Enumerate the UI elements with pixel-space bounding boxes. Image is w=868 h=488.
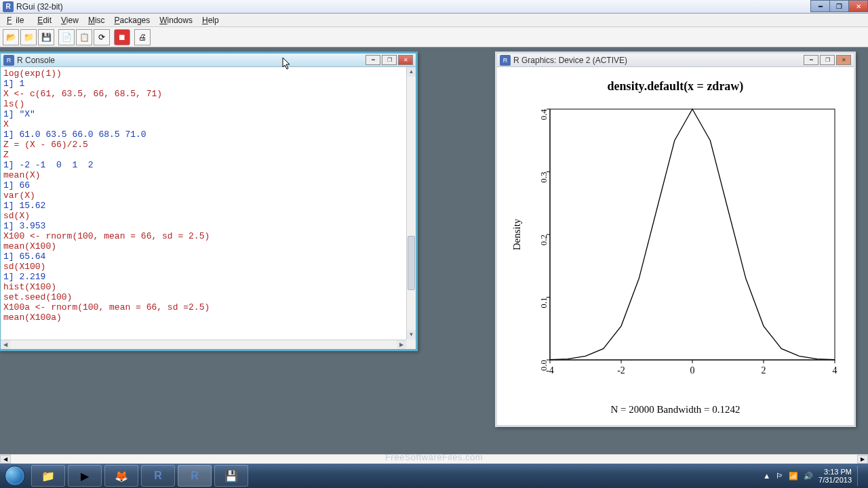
console-command-line: hist(X100) — [3, 282, 403, 292]
svg-rect-0 — [550, 109, 835, 360]
menu-edit[interactable]: Edit — [33, 14, 56, 26]
console-command-line: set.seed(100) — [3, 292, 403, 302]
console-vertical-scrollbar[interactable]: ▲ ▼ — [406, 67, 416, 340]
console-command-line: Z — [3, 150, 403, 160]
scroll-right-arrow[interactable]: ▶ — [397, 340, 406, 349]
console-command-line: mean(X) — [3, 170, 403, 180]
main-scroll-right-arrow[interactable]: ▶ — [857, 455, 868, 464]
graphics-canvas: density.default(x = zdraw) 0.00.10.20.30… — [497, 67, 854, 425]
console-title: R Console — [17, 56, 55, 65]
main-scroll-left-arrow[interactable]: ◀ — [0, 455, 11, 464]
menu-file[interactable]: File — [3, 14, 32, 26]
taskbar-r-1[interactable]: R — [141, 465, 175, 487]
save-workspace-button[interactable]: 💾 — [38, 29, 54, 45]
mdi-client-area: R R Console ━ ❐ ✕ log(exp(1))1] 1X <- c(… — [0, 47, 868, 460]
console-output-line: 1] "X" — [3, 109, 403, 119]
graphics-close-button[interactable]: ✕ — [836, 55, 851, 65]
svg-text:Density: Density — [511, 218, 522, 250]
menu-help[interactable]: Help — [198, 14, 223, 26]
copy-button[interactable]: 📄 — [58, 29, 75, 45]
scroll-left-arrow[interactable]: ◀ — [1, 340, 10, 349]
console-output-line: 1] -2 -1 0 1 2 — [3, 160, 403, 170]
scroll-up-arrow[interactable]: ▲ — [407, 67, 416, 77]
svg-text:0.2: 0.2 — [538, 235, 549, 245]
console-output-line: 1] 2.219 — [3, 272, 403, 282]
svg-text:0.3: 0.3 — [538, 172, 549, 183]
svg-text:-2: -2 — [617, 365, 625, 375]
console-command-line: Z = (X - 66)/2.5 — [3, 140, 403, 150]
menu-windows[interactable]: Windows — [155, 14, 197, 26]
r-console-icon: R — [3, 55, 14, 66]
plot-subtitle: N = 20000 Bandwidth = 0.1242 — [497, 404, 854, 415]
menu-view[interactable]: View — [57, 14, 83, 26]
console-command-line: X100 <- rnorm(100, mean = 66, sd = 2.5) — [3, 231, 403, 241]
minimize-button[interactable]: ━ — [810, 0, 830, 12]
main-titlebar: R RGui (32-bit) ━ ❐ ✕ — [0, 0, 868, 14]
graphics-title: R Graphics: Device 2 (ACTIVE) — [513, 56, 627, 65]
rgui-app-icon: R — [3, 1, 14, 12]
toolbar: 📂 📁 💾 📄 📋 ⟳ ⏹ 🖨 — [0, 27, 868, 47]
console-close-button[interactable]: ✕ — [398, 55, 413, 65]
console-output-line: 1] 65.64 — [3, 251, 403, 262]
tray-clock[interactable]: 3:13 PM 7/31/2013 — [818, 468, 852, 484]
print-button[interactable]: 🖨 — [134, 29, 151, 45]
console-maximize-button[interactable]: ❐ — [382, 55, 397, 65]
console-command-line: sd(X) — [3, 211, 403, 221]
r-graphics-icon: R — [500, 55, 511, 66]
taskbar-firefox[interactable]: 🦊 — [104, 465, 138, 487]
taskbar-r-2[interactable]: R — [178, 465, 212, 487]
svg-text:-4: -4 — [546, 365, 554, 375]
start-button[interactable] — [0, 464, 30, 488]
stop-button[interactable]: ⏹ — [114, 29, 130, 45]
console-command-line: var(X) — [3, 190, 403, 201]
plot-title: density.default(x = zdraw) — [497, 79, 854, 94]
r-console-window[interactable]: R R Console ━ ❐ ✕ log(exp(1))1] 1X <- c(… — [0, 52, 418, 351]
console-command-line: mean(X100a) — [3, 312, 403, 323]
console-command-line: sd(X100) — [3, 262, 403, 272]
tray-volume-icon[interactable]: 🔊 — [804, 472, 813, 481]
console-output[interactable]: log(exp(1))1] 1X <- c(61, 63.5, 66, 68.5… — [1, 67, 406, 340]
menu-misc[interactable]: Misc — [84, 14, 109, 26]
svg-text:0.4: 0.4 — [538, 109, 549, 121]
console-command-line: X — [3, 119, 403, 129]
close-button[interactable]: ✕ — [848, 0, 868, 12]
svg-text:0.1: 0.1 — [538, 298, 549, 308]
scroll-down-arrow[interactable]: ▼ — [407, 330, 416, 340]
console-output-line: 1] 3.953 — [3, 221, 403, 231]
paste-button[interactable]: 📋 — [76, 29, 92, 45]
tray-date: 7/31/2013 — [818, 476, 852, 484]
graphics-minimize-button[interactable]: ━ — [804, 55, 818, 65]
graphics-maximize-button[interactable]: ❐ — [820, 55, 835, 65]
load-workspace-button[interactable]: 📁 — [20, 29, 37, 45]
menubar: File Edit View Misc Packages Windows Hel… — [0, 14, 868, 27]
maximize-button[interactable]: ❐ — [829, 0, 849, 12]
r-graphics-window[interactable]: R R Graphics: Device 2 (ACTIVE) ━ ❐ ✕ de… — [495, 52, 856, 427]
taskbar-media-player[interactable]: ▶ — [68, 465, 102, 487]
density-plot: 0.00.10.20.30.4-4-2024Density — [509, 102, 842, 401]
taskbar-save[interactable]: 💾 — [214, 465, 248, 487]
show-desktop-button[interactable] — [857, 466, 863, 486]
console-command-line: mean(X100) — [3, 241, 403, 251]
graphics-titlebar[interactable]: R R Graphics: Device 2 (ACTIVE) ━ ❐ ✕ — [497, 54, 854, 67]
windows-taskbar: 📁 ▶ 🦊 R R 💾 ▲ 🏳 📶 🔊 3:13 PM 7/31/2013 — [0, 464, 868, 488]
console-minimize-button[interactable]: ━ — [366, 55, 380, 65]
scroll-thumb[interactable] — [408, 236, 415, 290]
tray-action-center-icon[interactable]: 🏳 — [776, 472, 783, 480]
copy-paste-button[interactable]: ⟳ — [94, 29, 110, 45]
console-horizontal-scrollbar[interactable]: ◀ ▶ — [1, 340, 406, 349]
svg-text:4: 4 — [833, 365, 837, 375]
console-command-line: log(exp(1)) — [3, 68, 403, 79]
console-output-line: 1] 15.62 — [3, 201, 403, 211]
tray-show-hidden-icon[interactable]: ▲ — [763, 472, 770, 480]
scroll-corner — [406, 340, 416, 349]
menu-packages[interactable]: Packages — [111, 14, 155, 26]
svg-text:0: 0 — [690, 365, 695, 375]
svg-text:2: 2 — [762, 365, 766, 375]
taskbar-explorer[interactable]: 📁 — [31, 465, 65, 487]
console-command-line: ls() — [3, 99, 403, 109]
system-tray: ▲ 🏳 📶 🔊 3:13 PM 7/31/2013 — [757, 466, 868, 486]
tray-network-icon[interactable]: 📶 — [789, 472, 798, 481]
open-script-button[interactable]: 📂 — [3, 29, 19, 45]
console-titlebar[interactable]: R R Console ━ ❐ ✕ — [1, 54, 416, 67]
console-command-line: X100a <- rnorm(100, mean = 66, sd =2.5) — [3, 302, 403, 312]
